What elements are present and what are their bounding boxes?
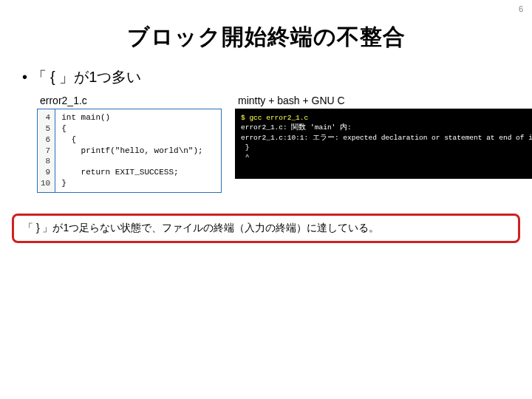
terminal-command: $ gcc error2_1.c: [241, 114, 308, 122]
code-content: int main() { { printf("hello, world\n");…: [55, 109, 208, 192]
terminal-panel-label: mintty + bash + GNU C: [235, 95, 532, 106]
code-panel: error2_1.c 4 5 6 7 8 9 10 int main() { {…: [37, 95, 222, 193]
bullet-text: • 「 { 」が1つ多い: [22, 67, 532, 87]
panels-row: error2_1.c 4 5 6 7 8 9 10 int main() { {…: [37, 95, 514, 193]
page-number: 6: [519, 4, 523, 13]
terminal-body: error2_1.c: 関数 'main' 内: error2_1.c:10:1…: [241, 123, 532, 161]
terminal-output: $ gcc error2_1.c error2_1.c: 関数 'main' 内…: [235, 109, 532, 179]
code-panel-label: error2_1.c: [37, 95, 222, 106]
page-title: ブロック開始終端の不整合: [0, 22, 532, 52]
callout-box: 「 } 」が1つ足らない状態で、ファイルの終端（入力の終端）に達している。: [12, 214, 520, 243]
line-number-gutter: 4 5 6 7 8 9 10: [38, 109, 55, 192]
code-box: 4 5 6 7 8 9 10 int main() { { printf("he…: [37, 109, 222, 193]
terminal-panel: mintty + bash + GNU C $ gcc error2_1.c e…: [235, 95, 532, 179]
